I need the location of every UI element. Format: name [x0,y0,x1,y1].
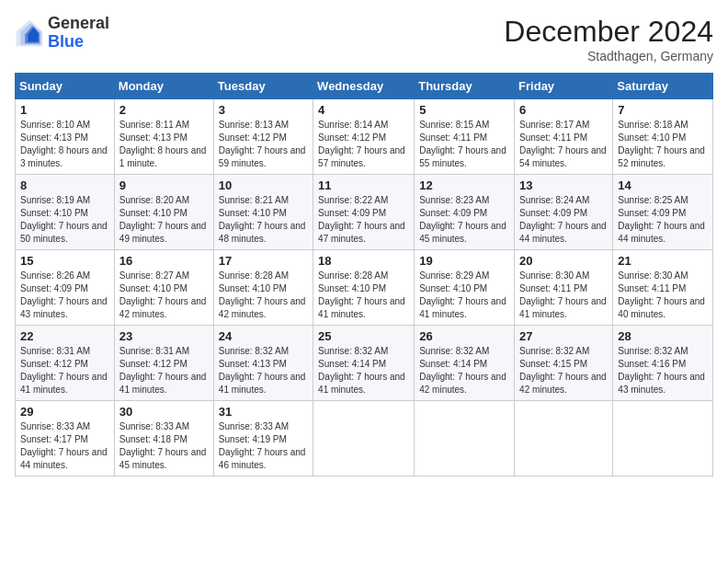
sunset-text: Sunset: 4:17 PM [20,433,109,446]
day-info: Sunrise: 8:19 AMSunset: 4:10 PMDaylight:… [20,194,109,246]
day-info: Sunrise: 8:33 AMSunset: 4:18 PMDaylight:… [119,420,209,472]
sunrise-text: Sunrise: 8:32 AM [519,345,608,358]
calendar-cell: 21Sunrise: 8:30 AMSunset: 4:11 PMDayligh… [613,250,713,326]
daylight-text: Daylight: 7 hours and 44 minutes. [20,446,109,472]
calendar-cell: 5Sunrise: 8:15 AMSunset: 4:11 PMDaylight… [415,99,515,175]
daylight-text: Daylight: 7 hours and 45 minutes. [419,220,509,246]
sunrise-text: Sunrise: 8:17 AM [519,119,608,132]
day-info: Sunrise: 8:27 AMSunset: 4:10 PMDaylight:… [119,270,209,321]
sunset-text: Sunset: 4:14 PM [318,358,409,371]
calendar-cell: 28Sunrise: 8:32 AMSunset: 4:16 PMDayligh… [613,326,713,401]
day-number: 11 [318,178,409,192]
sunset-text: Sunset: 4:11 PM [519,132,608,144]
sunrise-text: Sunrise: 8:27 AM [119,270,209,282]
sunset-text: Sunset: 4:18 PM [119,433,209,446]
sunset-text: Sunset: 4:10 PM [419,282,509,295]
day-info: Sunrise: 8:32 AMSunset: 4:16 PMDaylight:… [618,345,708,396]
day-info: Sunrise: 8:21 AMSunset: 4:10 PMDaylight:… [219,194,308,246]
day-number: 6 [519,103,608,117]
day-number: 20 [519,254,608,268]
daylight-text: Daylight: 7 hours and 48 minutes. [219,220,308,246]
calendar-cell: 15Sunrise: 8:26 AMSunset: 4:09 PMDayligh… [16,250,115,326]
column-header-tuesday: Tuesday [213,74,313,99]
daylight-text: Daylight: 7 hours and 40 minutes. [618,295,708,321]
day-number: 21 [618,254,708,268]
calendar-cell: 24Sunrise: 8:32 AMSunset: 4:13 PMDayligh… [213,326,313,401]
column-header-sunday: Sunday [16,74,115,99]
calendar-week-row: 8Sunrise: 8:19 AMSunset: 4:10 PMDaylight… [16,175,713,250]
calendar-week-row: 22Sunrise: 8:31 AMSunset: 4:12 PMDayligh… [16,326,713,401]
sunset-text: Sunset: 4:15 PM [519,358,608,371]
day-number: 13 [519,178,608,192]
sunrise-text: Sunrise: 8:19 AM [20,194,109,207]
day-info: Sunrise: 8:10 AMSunset: 4:13 PMDaylight:… [20,119,109,170]
calendar-week-row: 29Sunrise: 8:33 AMSunset: 4:17 PMDayligh… [16,401,713,477]
column-header-friday: Friday [515,74,613,99]
logo-icon [15,18,44,48]
calendar-cell: 17Sunrise: 8:28 AMSunset: 4:10 PMDayligh… [213,250,313,326]
sunset-text: Sunset: 4:13 PM [119,132,209,144]
calendar-table: SundayMondayTuesdayWednesdayThursdayFrid… [15,73,713,477]
sunset-text: Sunset: 4:11 PM [519,282,608,295]
daylight-text: Daylight: 7 hours and 41 minutes. [519,295,608,321]
sunrise-text: Sunrise: 8:25 AM [618,194,708,207]
day-number: 7 [618,103,708,117]
logo: General Blue [15,15,109,52]
sunset-text: Sunset: 4:10 PM [219,282,308,295]
daylight-text: Daylight: 7 hours and 41 minutes. [419,295,509,321]
calendar-cell: 2Sunrise: 8:11 AMSunset: 4:13 PMDaylight… [114,99,213,175]
daylight-text: Daylight: 7 hours and 44 minutes. [519,220,608,246]
daylight-text: Daylight: 7 hours and 49 minutes. [119,220,209,246]
day-number: 25 [318,329,409,343]
calendar-cell: 8Sunrise: 8:19 AMSunset: 4:10 PMDaylight… [16,175,115,250]
column-header-thursday: Thursday [415,74,515,99]
day-info: Sunrise: 8:23 AMSunset: 4:09 PMDaylight:… [419,194,509,246]
sunset-text: Sunset: 4:16 PM [618,358,708,371]
sunrise-text: Sunrise: 8:15 AM [419,119,509,132]
sunrise-text: Sunrise: 8:32 AM [318,345,409,358]
sunset-text: Sunset: 4:10 PM [618,132,708,144]
daylight-text: Daylight: 7 hours and 54 minutes. [519,144,608,170]
daylight-text: Daylight: 7 hours and 41 minutes. [318,295,409,321]
daylight-text: Daylight: 7 hours and 45 minutes. [119,446,209,472]
day-number: 5 [419,103,509,117]
daylight-text: Daylight: 7 hours and 59 minutes. [219,144,308,170]
day-number: 30 [119,405,209,419]
daylight-text: Daylight: 7 hours and 42 minutes. [119,295,209,321]
daylight-text: Daylight: 8 hours and 1 minute. [119,144,209,170]
day-number: 8 [20,178,109,192]
column-header-wednesday: Wednesday [313,74,415,99]
sunrise-text: Sunrise: 8:30 AM [519,270,608,282]
location-subtitle: Stadthagen, Germany [504,49,713,63]
day-number: 18 [318,254,409,268]
daylight-text: Daylight: 7 hours and 41 minutes. [20,371,109,396]
day-number: 22 [20,329,109,343]
day-info: Sunrise: 8:29 AMSunset: 4:10 PMDaylight:… [419,270,509,321]
sunrise-text: Sunrise: 8:23 AM [419,194,509,207]
daylight-text: Daylight: 7 hours and 42 minutes. [519,371,608,396]
daylight-text: Daylight: 7 hours and 41 minutes. [219,371,308,396]
day-info: Sunrise: 8:17 AMSunset: 4:11 PMDaylight:… [519,119,608,170]
day-number: 2 [119,103,209,117]
daylight-text: Daylight: 7 hours and 42 minutes. [219,295,308,321]
calendar-cell: 13Sunrise: 8:24 AMSunset: 4:09 PMDayligh… [515,175,613,250]
calendar-cell: 11Sunrise: 8:22 AMSunset: 4:09 PMDayligh… [313,175,415,250]
sunrise-text: Sunrise: 8:30 AM [618,270,708,282]
sunset-text: Sunset: 4:10 PM [20,207,109,220]
calendar-cell: 1Sunrise: 8:10 AMSunset: 4:13 PMDaylight… [16,99,115,175]
calendar-cell: 12Sunrise: 8:23 AMSunset: 4:09 PMDayligh… [415,175,515,250]
calendar-cell: 10Sunrise: 8:21 AMSunset: 4:10 PMDayligh… [213,175,313,250]
calendar-cell: 31Sunrise: 8:33 AMSunset: 4:19 PMDayligh… [213,401,313,477]
daylight-text: Daylight: 7 hours and 44 minutes. [618,220,708,246]
day-info: Sunrise: 8:15 AMSunset: 4:11 PMDaylight:… [419,119,509,170]
day-info: Sunrise: 8:32 AMSunset: 4:14 PMDaylight:… [419,345,509,396]
sunrise-text: Sunrise: 8:18 AM [618,119,708,132]
day-info: Sunrise: 8:11 AMSunset: 4:13 PMDaylight:… [119,119,209,170]
calendar-cell: 22Sunrise: 8:31 AMSunset: 4:12 PMDayligh… [16,326,115,401]
calendar-cell: 20Sunrise: 8:30 AMSunset: 4:11 PMDayligh… [515,250,613,326]
day-info: Sunrise: 8:31 AMSunset: 4:12 PMDaylight:… [20,345,109,396]
calendar-cell: 29Sunrise: 8:33 AMSunset: 4:17 PMDayligh… [16,401,115,477]
calendar-cell [313,401,415,477]
day-info: Sunrise: 8:25 AMSunset: 4:09 PMDaylight:… [618,194,708,246]
calendar-cell: 19Sunrise: 8:29 AMSunset: 4:10 PMDayligh… [415,250,515,326]
